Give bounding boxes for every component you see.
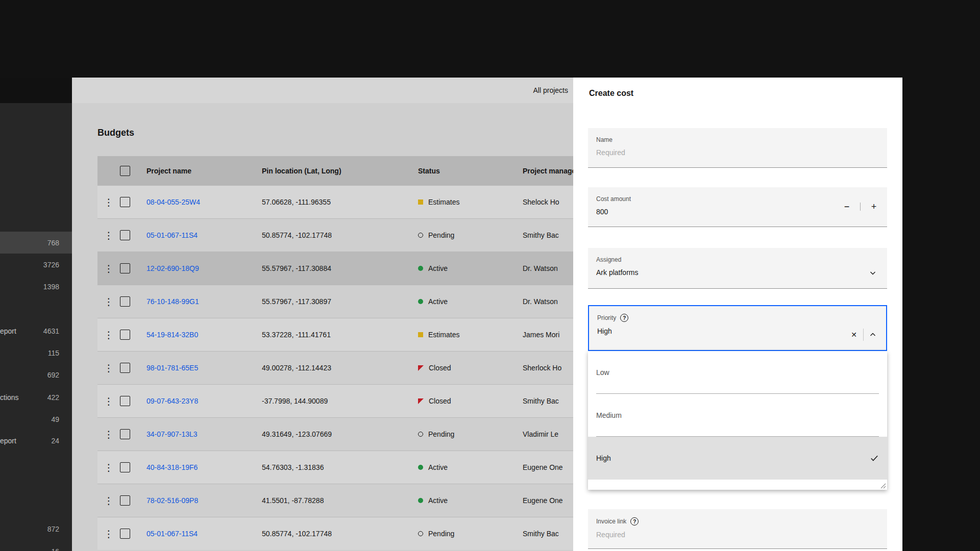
row-checkbox[interactable] bbox=[120, 197, 130, 207]
table-row[interactable]: ⋮ 09-07-643-23Y8 -37.7998, 144.90089 Clo… bbox=[97, 384, 573, 417]
sidebar-item[interactable]: eport 4631 bbox=[0, 320, 72, 342]
sidebar-item[interactable]: ctions 422 bbox=[0, 386, 72, 408]
table-row[interactable]: ⋮ 12-02-690-18Q9 55.57967, -117.30884 Ac… bbox=[97, 252, 573, 285]
row-overflow-menu-icon[interactable]: ⋮ bbox=[104, 297, 114, 307]
row-checkbox[interactable] bbox=[120, 396, 130, 406]
project-name-link[interactable]: 05-01-067-11S4 bbox=[146, 530, 198, 538]
status-label: Pending bbox=[428, 530, 454, 538]
row-checkbox[interactable] bbox=[120, 495, 130, 506]
row-overflow-menu-icon[interactable]: ⋮ bbox=[104, 529, 114, 539]
priority-value[interactable]: High bbox=[597, 327, 878, 335]
dropdown-option[interactable]: Medium bbox=[588, 394, 887, 437]
table-row[interactable]: ⋮ 40-84-318-19F6 54.76303, -1.31836 Acti… bbox=[97, 450, 573, 484]
row-checkbox[interactable] bbox=[120, 296, 130, 307]
dropdown-option[interactable]: Low bbox=[588, 351, 887, 394]
project-manager-cell: Eugene One bbox=[523, 496, 573, 505]
help-icon[interactable]: ? bbox=[630, 517, 639, 525]
select-all-checkbox[interactable] bbox=[120, 166, 130, 176]
column-header-status[interactable]: Status bbox=[418, 167, 523, 175]
create-cost-panel: Create cost Name Required Cost amount 80… bbox=[573, 78, 902, 551]
sidebar-item[interactable]: 3726 bbox=[0, 254, 72, 276]
resize-handle-icon[interactable] bbox=[879, 482, 886, 489]
project-name-link[interactable]: 54-19-814-32B0 bbox=[146, 331, 198, 339]
status-label: Pending bbox=[428, 430, 454, 438]
column-header-pin-location[interactable]: Pin location (Lat, Long) bbox=[262, 167, 418, 175]
row-overflow-menu-icon[interactable]: ⋮ bbox=[104, 496, 114, 506]
dropdown-option-label: High bbox=[596, 454, 611, 462]
sidebar-item[interactable]: 1398 bbox=[0, 276, 72, 297]
project-name-link[interactable]: 34-07-907-13L3 bbox=[146, 430, 198, 438]
invoice-link-input[interactable]: Required bbox=[596, 531, 879, 539]
sidebar-item[interactable]: 115 bbox=[0, 342, 72, 364]
row-checkbox[interactable] bbox=[120, 529, 130, 539]
row-overflow-menu-icon[interactable]: ⋮ bbox=[104, 363, 114, 373]
dropdown-option-label: Medium bbox=[596, 411, 622, 419]
clear-selection-button[interactable]: ✕ bbox=[845, 327, 863, 343]
increment-button[interactable]: + bbox=[861, 196, 887, 217]
table-row[interactable]: ⋮ 54-19-814-32B0 53.37228, -111.41761 Es… bbox=[97, 318, 573, 351]
name-field[interactable]: Name Required bbox=[588, 128, 887, 168]
status-icon bbox=[418, 465, 423, 470]
project-name-link[interactable]: 76-10-148-99G1 bbox=[146, 297, 199, 306]
invoice-link-field[interactable]: Invoice link ? Required bbox=[588, 509, 887, 549]
assigned-field[interactable]: Assigned Ark platforms bbox=[588, 248, 887, 289]
sidebar-item[interactable]: 16 bbox=[0, 540, 72, 551]
name-label: Name bbox=[596, 136, 612, 143]
sidebar-item[interactable]: 768 bbox=[0, 232, 72, 254]
sidebar-item-count: 16 bbox=[51, 547, 72, 551]
table-row[interactable]: ⋮ 05-01-067-11S4 50.85774, -102.17748 Pe… bbox=[97, 517, 573, 550]
row-checkbox[interactable] bbox=[120, 330, 130, 340]
priority-field[interactable]: Priority ? High ✕ bbox=[588, 305, 887, 351]
project-name-link[interactable]: 09-07-643-23Y8 bbox=[146, 397, 198, 405]
help-icon[interactable]: ? bbox=[620, 314, 628, 322]
status-cell: Pending bbox=[418, 430, 523, 438]
status-icon bbox=[418, 432, 423, 437]
dropdown-option[interactable]: High bbox=[588, 437, 887, 480]
status-cell: Pending bbox=[418, 231, 523, 239]
table-row[interactable]: ⋮ 08-04-055-25W4 57.06628, -111.96355 Es… bbox=[97, 185, 573, 218]
table-row[interactable]: ⋮ 76-10-148-99G1 55.57967, -117.30897 Ac… bbox=[97, 285, 573, 318]
sidebar-item[interactable]: eport 24 bbox=[0, 430, 72, 452]
table-row[interactable]: ⋮ 98-01-781-65E5 49.00278, -112.14423 Cl… bbox=[97, 351, 573, 384]
status-icon bbox=[418, 498, 423, 503]
row-overflow-menu-icon[interactable]: ⋮ bbox=[104, 231, 114, 240]
row-checkbox[interactable] bbox=[120, 230, 130, 240]
status-icon bbox=[418, 531, 423, 536]
close-icon: ✕ bbox=[851, 331, 857, 339]
name-input[interactable]: Required bbox=[596, 148, 879, 157]
sidebar-item-count: 3726 bbox=[43, 261, 72, 269]
status-label: Active bbox=[428, 496, 448, 505]
sidebar-item[interactable]: 692 bbox=[0, 364, 72, 386]
assigned-dropdown-toggle[interactable] bbox=[864, 265, 882, 281]
row-overflow-menu-icon[interactable]: ⋮ bbox=[104, 430, 114, 439]
status-icon bbox=[418, 199, 423, 205]
decrement-button[interactable]: − bbox=[834, 196, 860, 217]
all-projects-control[interactable]: All projects bbox=[533, 86, 568, 94]
cost-amount-field[interactable]: Cost amount 800 − + bbox=[588, 187, 887, 227]
sidebar-item[interactable]: 872 bbox=[0, 518, 72, 540]
project-name-link[interactable]: 05-01-067-11S4 bbox=[146, 231, 198, 239]
row-checkbox[interactable] bbox=[120, 429, 130, 439]
row-overflow-menu-icon[interactable]: ⋮ bbox=[104, 264, 114, 273]
row-overflow-menu-icon[interactable]: ⋮ bbox=[104, 463, 114, 472]
row-checkbox[interactable] bbox=[120, 263, 130, 273]
row-checkbox[interactable] bbox=[120, 462, 130, 472]
project-name-link[interactable]: 78-02-516-09P8 bbox=[146, 496, 198, 505]
table-row[interactable]: ⋮ 05-01-067-11S4 50.85774, -102.17748 Pe… bbox=[97, 218, 573, 252]
column-header-project-manager[interactable]: Project manager bbox=[523, 167, 573, 175]
priority-dropdown-toggle[interactable] bbox=[864, 327, 882, 343]
pin-location-cell: 50.85774, -102.17748 bbox=[262, 231, 418, 239]
project-name-link[interactable]: 40-84-318-19F6 bbox=[146, 463, 198, 471]
project-name-link[interactable]: 12-02-690-18Q9 bbox=[146, 264, 199, 272]
row-checkbox[interactable] bbox=[120, 363, 130, 373]
sidebar-item[interactable]: 49 bbox=[0, 408, 72, 430]
assigned-value[interactable]: Ark platforms bbox=[596, 268, 879, 277]
project-name-link[interactable]: 98-01-781-65E5 bbox=[146, 364, 198, 372]
row-overflow-menu-icon[interactable]: ⋮ bbox=[104, 396, 114, 406]
row-overflow-menu-icon[interactable]: ⋮ bbox=[104, 197, 114, 207]
project-name-link[interactable]: 08-04-055-25W4 bbox=[146, 198, 200, 206]
row-overflow-menu-icon[interactable]: ⋮ bbox=[104, 330, 114, 340]
column-header-project-name[interactable]: Project name bbox=[146, 167, 262, 175]
table-row[interactable]: ⋮ 34-07-907-13L3 49.31649, -123.07669 Pe… bbox=[97, 417, 573, 450]
table-row[interactable]: ⋮ 78-02-516-09P8 41.5501, -87.78288 Acti… bbox=[97, 484, 573, 517]
